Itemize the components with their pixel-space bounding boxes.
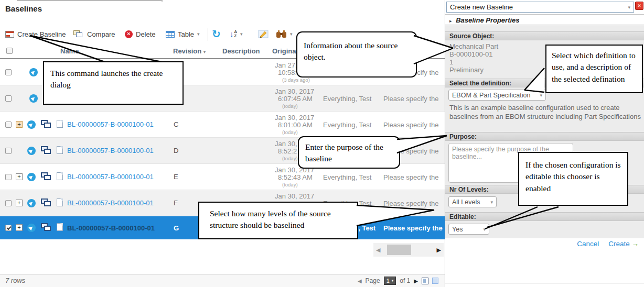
refresh-icon: ↻ [212, 29, 221, 39]
purpose-cell: Please specify the [383, 224, 443, 232]
scrollbar-thumb[interactable] [387, 245, 411, 255]
callout-editable: If the chosen configuration is editable … [518, 152, 628, 206]
status-bar: 7 rows ◀ Page 1▾ of 1 ▶ [0, 274, 445, 287]
revision-cell: E [174, 173, 178, 181]
document-icon [57, 223, 63, 231]
revision-cell: F [174, 199, 178, 207]
chevron-down-icon: ▾ [290, 31, 293, 37]
revision-cell: D [174, 147, 178, 154]
originated-cell: Jan 30, 20178:52:43 AM(today) [275, 167, 325, 189]
panel-bottom-border [445, 283, 644, 283]
delete-label: Delete [136, 30, 156, 38]
expand-icon[interactable]: + [16, 173, 23, 180]
editable-label: Editable: [445, 212, 644, 221]
definition-select[interactable]: EBOM & Part Specification ▾ [448, 90, 546, 101]
create-baseline-button[interactable]: Create Baseline [5, 26, 66, 42]
next-page-icon[interactable]: ▶ [414, 278, 418, 284]
source-object-type: Mechanical Part [449, 42, 498, 50]
sort-button[interactable]: ↓ AZ ▾ [230, 26, 242, 42]
column-header-name[interactable]: Name [60, 47, 79, 55]
expand-icon[interactable]: + [16, 200, 23, 206]
owner-cell: Everything, Test [323, 173, 371, 181]
row-checkbox[interactable] [5, 148, 12, 154]
panel-chooser-select[interactable]: Create new Baseline ▾ [446, 2, 634, 13]
edit-button[interactable] [258, 26, 269, 42]
purpose-cell: Please specify the [383, 200, 439, 207]
compare-button[interactable]: Compare [73, 26, 115, 42]
expand-icon[interactable]: + [16, 121, 23, 128]
binoculars-icon [276, 30, 287, 38]
source-object-name: B-0000100-01 [449, 50, 492, 58]
globe-icon[interactable] [27, 147, 36, 155]
structure-compare-icon[interactable] [41, 146, 52, 154]
page-title: Baselines [5, 4, 42, 13]
expand-icon[interactable]: + [16, 224, 23, 231]
globe-icon[interactable] [27, 120, 36, 129]
page-select[interactable]: 1▾ [384, 277, 396, 285]
chevron-down-icon: ▾ [240, 31, 243, 37]
cancel-button[interactable]: Cancel [577, 240, 599, 248]
section-header[interactable]: ▸ Baseline Properties [445, 14, 644, 25]
card-view-icon[interactable] [432, 278, 438, 284]
row-count-label: 7 rows [5, 277, 25, 284]
row-checkbox[interactable] [5, 200, 12, 206]
levels-select[interactable]: All Levels ▾ [448, 196, 497, 207]
select-all-checkbox[interactable] [6, 48, 13, 54]
column-header-description[interactable]: Description [222, 47, 260, 55]
page-label: Page [366, 277, 380, 284]
delete-button[interactable]: ✕ Delete [125, 26, 156, 42]
chevron-down-icon: ▾ [490, 200, 493, 205]
structure-compare-icon[interactable] [41, 172, 52, 181]
sort-direction-icon: ▾ [203, 49, 206, 54]
create-baseline-panel: Create new Baseline ▾ ✕ ▸ Baseline Prope… [445, 0, 644, 287]
scroll-left-icon[interactable]: ◀ [373, 247, 383, 253]
callout-source-object: Information about the source object. [296, 31, 417, 78]
globe-icon[interactable] [29, 94, 38, 103]
globe-icon[interactable] [27, 173, 36, 181]
chevron-down-icon: ▾ [197, 31, 200, 37]
table-row[interactable]: + BL-00000057-B-0000100-01 C Jan 30, 201… [0, 112, 445, 138]
document-icon [57, 198, 63, 206]
originated-cell: Jan 30, 20176:07:45 AM(today) [275, 88, 325, 110]
create-button[interactable]: Create → [608, 240, 639, 248]
baseline-link[interactable]: BL-00000057-B-0000100-01 [67, 147, 154, 154]
baseline-link[interactable]: BL-00000057-B-0000100-01 [67, 120, 154, 128]
editable-select[interactable]: Yes ▾ [448, 224, 489, 235]
table-view-button[interactable]: Table ▾ [166, 26, 200, 42]
structure-compare-icon[interactable] [41, 120, 52, 128]
document-icon [57, 172, 63, 180]
page-of-label: of 1 [400, 277, 410, 284]
row-checkbox[interactable] [5, 122, 12, 128]
create-baseline-label: Create Baseline [17, 30, 66, 38]
structure-compare-icon[interactable] [41, 198, 52, 207]
app-window: Baselines Create Baseline Compare ✕ Dele… [0, 0, 644, 287]
row-checkbox[interactable] [5, 95, 12, 102]
sort-az-icon: ↓ AZ [230, 30, 237, 39]
grid-view-icon[interactable] [422, 278, 428, 284]
globe-icon[interactable] [29, 68, 38, 76]
purpose-cell: Please specify the [383, 121, 439, 129]
revision-cell: G [174, 224, 179, 232]
find-button[interactable]: ▾ [276, 26, 293, 42]
originated-cell: Jan 30, 20178:01:00 AM(today) [275, 114, 325, 136]
row-checkbox[interactable] [5, 174, 12, 180]
pagination: ◀ Page 1▾ of 1 ▶ [358, 277, 438, 285]
triangle-right-icon: ▸ [449, 18, 452, 24]
prev-page-icon[interactable]: ◀ [358, 278, 362, 284]
baseline-link[interactable]: BL-00000057-B-0000100-01 [67, 199, 154, 207]
document-icon [57, 120, 63, 128]
structure-compare-icon[interactable] [41, 223, 52, 231]
globe-icon[interactable] [27, 199, 36, 207]
refresh-button[interactable]: ↻ [212, 26, 221, 42]
close-icon[interactable]: ✕ [635, 2, 643, 10]
scroll-right-icon[interactable]: ▶ [434, 247, 444, 253]
row-checkbox[interactable] [5, 225, 12, 231]
horizontal-scrollbar[interactable]: ◀ ▶ [373, 243, 444, 257]
toolbar-separator [208, 28, 208, 41]
baseline-link[interactable]: BL-00000057-B-0000100-01 [67, 173, 154, 181]
baseline-link[interactable]: BL-00000057-B-0000100-01 [67, 224, 155, 232]
column-header-revision[interactable]: Revision ▾ [173, 47, 206, 55]
row-checkbox[interactable] [5, 69, 12, 75]
globe-icon[interactable] [27, 224, 36, 232]
source-object-revision: 1 [449, 58, 453, 66]
